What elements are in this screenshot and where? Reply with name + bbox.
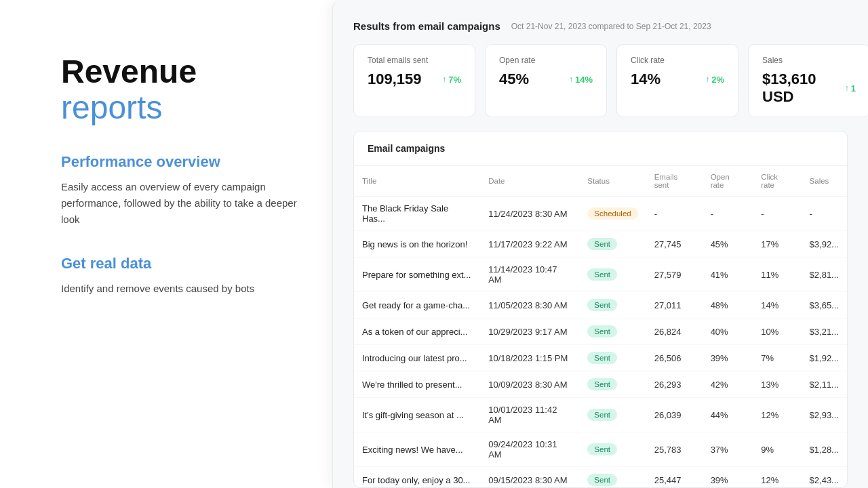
cell-sales-2: $2,81...	[802, 258, 847, 292]
cell-emails-sent-9: 25,447	[646, 467, 703, 488]
cell-date-6: 10/09/2023 8:30 AM	[480, 371, 579, 398]
metric-value-0: 109,159	[368, 70, 422, 88]
cell-status-1: Sent	[579, 231, 646, 258]
cell-sales-1: $3,92...	[802, 231, 847, 258]
cell-open-rate-1: 45%	[703, 231, 753, 258]
cell-title-3: Get ready for a game-cha...	[354, 292, 480, 319]
table-row[interactable]: Get ready for a game-cha...11/05/2023 8:…	[354, 292, 847, 319]
cell-sales-6: $2,11...	[802, 371, 847, 398]
table-row[interactable]: As a token of our appreci...10/29/2023 9…	[354, 319, 847, 345]
cell-emails-sent-1: 27,745	[646, 231, 703, 258]
cell-title-2: Prepare for something ext...	[354, 258, 480, 292]
table-row[interactable]: The Black Friday Sale Has...11/24/2023 8…	[354, 197, 847, 231]
cell-date-9: 09/15/2023 8:30 AM	[480, 467, 579, 488]
metric-change-1: ↑ 14%	[569, 75, 593, 85]
col-header-open-rate: Open rate	[703, 166, 753, 197]
metric-value-row-1: 45% ↑ 14%	[499, 70, 593, 88]
headline-black: Revenue	[61, 54, 197, 89]
col-header-click-rate: Click rate	[753, 166, 801, 197]
cell-emails-sent-2: 27,579	[646, 258, 703, 292]
status-badge-9: Sent	[587, 474, 617, 486]
table-row[interactable]: It's gift-giving season at ...10/01/2023…	[354, 398, 847, 432]
cell-click-rate-0: -	[753, 197, 801, 231]
status-badge-5: Sent	[587, 352, 617, 364]
metric-card-0: Total emails sent 109,159 ↑ 7%	[353, 44, 475, 117]
cell-status-6: Sent	[579, 371, 646, 398]
cell-title-6: We're thrilled to present...	[354, 371, 480, 398]
cell-date-1: 11/17/2023 9:22 AM	[480, 231, 579, 258]
cell-open-rate-2: 41%	[703, 258, 753, 292]
metric-value-row-3: $13,610 USD ↑ 1	[762, 70, 856, 106]
cell-title-7: It's gift-giving season at ...	[354, 398, 480, 432]
cell-title-0: The Black Friday Sale Has...	[354, 197, 480, 231]
col-header-sales: Sales	[802, 166, 847, 197]
performance-overview-desc: Easily access an overview of every campa…	[61, 179, 305, 228]
cell-date-2: 11/14/2023 10:47 AM	[480, 258, 579, 292]
metric-card-2: Click rate 14% ↑ 2%	[616, 44, 738, 117]
metric-value-row-2: 14% ↑ 2%	[631, 70, 724, 88]
cell-title-9: For today only, enjoy a 30...	[354, 467, 480, 488]
cell-emails-sent-4: 26,824	[646, 319, 703, 345]
col-header-status: Status	[579, 166, 646, 197]
left-panel: Revenue reports Performance overview Eas…	[0, 0, 332, 488]
cell-open-rate-6: 42%	[703, 371, 753, 398]
cell-open-rate-9: 39%	[703, 467, 753, 488]
campaigns-section: Email campaigns TitleDateStatusEmails se…	[353, 131, 848, 488]
cell-sales-7: $2,93...	[802, 398, 847, 432]
real-data-desc: Identify and remove events caused by bot…	[61, 281, 305, 297]
metric-label-0: Total emails sent	[368, 56, 461, 65]
cell-click-rate-4: 10%	[753, 319, 801, 345]
col-header-emails-sent: Emails sent	[646, 166, 703, 197]
cell-click-rate-3: 14%	[753, 292, 801, 319]
right-panel: Results from email campaigns Oct 21-Nov …	[332, 0, 868, 488]
cell-click-rate-1: 17%	[753, 231, 801, 258]
metric-arrow-2: ↑	[705, 75, 709, 84]
metric-value-3: $13,610 USD	[762, 70, 845, 106]
status-badge-3: Sent	[587, 299, 617, 311]
table-row[interactable]: We're thrilled to present...10/09/2023 8…	[354, 371, 847, 398]
cell-emails-sent-8: 25,783	[646, 432, 703, 467]
cell-title-5: Introducing our latest pro...	[354, 345, 480, 371]
metric-label-2: Click rate	[631, 56, 724, 65]
table-row[interactable]: For today only, enjoy a 30...09/15/2023 …	[354, 467, 847, 488]
metric-cards: Total emails sent 109,159 ↑ 7% Open rate…	[333, 44, 868, 131]
table-row[interactable]: Exciting news! We have...09/24/2023 10:3…	[354, 432, 847, 467]
performance-overview-section: Performance overview Easily access an ov…	[61, 153, 305, 255]
metric-value-row-0: 109,159 ↑ 7%	[368, 70, 461, 88]
table-row[interactable]: Introducing our latest pro...10/18/2023 …	[354, 345, 847, 371]
metric-value-1: 45%	[499, 70, 529, 88]
cell-open-rate-5: 39%	[703, 345, 753, 371]
cell-click-rate-2: 11%	[753, 258, 801, 292]
cell-sales-5: $1,92...	[802, 345, 847, 371]
metric-arrow-3: ↑	[845, 83, 849, 93]
cell-sales-3: $3,65...	[802, 292, 847, 319]
campaigns-title: Email campaigns	[368, 143, 445, 154]
cell-open-rate-7: 44%	[703, 398, 753, 432]
cell-status-3: Sent	[579, 292, 646, 319]
campaigns-header: Email campaigns	[354, 131, 847, 166]
cell-status-9: Sent	[579, 467, 646, 488]
status-badge-4: Sent	[587, 325, 617, 338]
metric-value-2: 14%	[631, 70, 660, 88]
cell-click-rate-6: 13%	[753, 371, 801, 398]
metric-card-1: Open rate 45% ↑ 14%	[485, 44, 607, 117]
cell-open-rate-0: -	[703, 197, 753, 231]
table-row[interactable]: Big news is on the horizon!11/17/2023 9:…	[354, 231, 847, 258]
table-wrapper: TitleDateStatusEmails sentOpen rateClick…	[354, 166, 847, 487]
metric-change-0: ↑ 7%	[442, 75, 461, 85]
table-row[interactable]: Prepare for something ext...11/14/2023 1…	[354, 258, 847, 292]
cell-open-rate-3: 48%	[703, 292, 753, 319]
cell-click-rate-5: 7%	[753, 345, 801, 371]
cell-open-rate-8: 37%	[703, 432, 753, 467]
cell-title-8: Exciting news! We have...	[354, 432, 480, 467]
cell-status-5: Sent	[579, 345, 646, 371]
table-head: TitleDateStatusEmails sentOpen rateClick…	[354, 166, 847, 197]
metric-label-3: Sales	[762, 56, 856, 65]
table-header-row: TitleDateStatusEmails sentOpen rateClick…	[354, 166, 847, 197]
metric-change-val-0: 7%	[448, 75, 461, 85]
metric-change-val-2: 2%	[711, 75, 724, 85]
status-badge-6: Sent	[587, 378, 617, 390]
metric-change-val-1: 14%	[575, 75, 593, 85]
cell-status-0: Scheduled	[579, 197, 646, 231]
cell-sales-4: $3,21...	[802, 319, 847, 345]
